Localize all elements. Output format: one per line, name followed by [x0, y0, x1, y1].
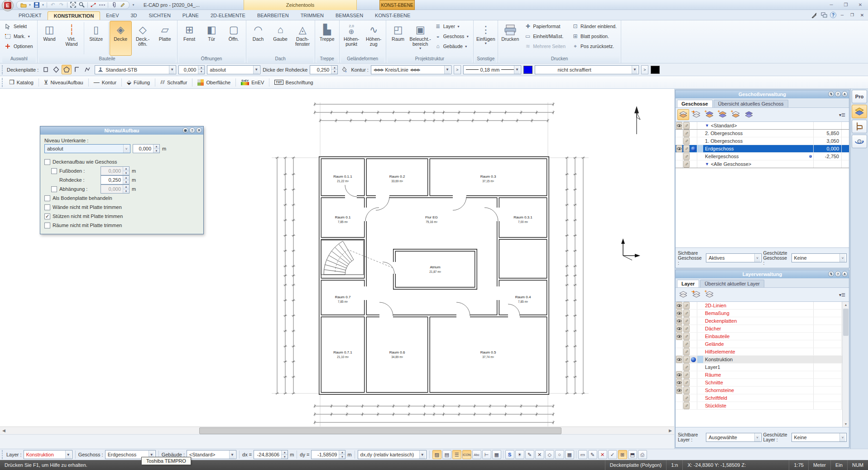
visible-geschosse-combo[interactable]: Aktives˅: [706, 253, 762, 262]
context-tab-konst-ebene[interactable]: KONST-EBENE: [379, 0, 415, 10]
scroll-right-icon[interactable]: ▶: [667, 427, 674, 435]
geschoss-row[interactable]: ✎Kellergeschoss-2,750: [676, 153, 849, 160]
value-cell[interactable]: [814, 371, 842, 378]
edit-cell[interactable]: ✎: [683, 387, 690, 394]
panel-collapse-icon[interactable]: ∧: [842, 91, 848, 97]
horizontal-scrollbar[interactable]: ◀ ▶: [0, 426, 674, 434]
name-cell[interactable]: Hilfselemente: [703, 348, 807, 355]
visibility-cell[interactable]: [676, 325, 682, 332]
edit-cell[interactable]: ✎: [683, 371, 690, 378]
ribbon-button-stütze[interactable]: ▯Stütze: [85, 21, 107, 56]
tab-3d[interactable]: 3D: [125, 11, 143, 20]
snap-circle-icon[interactable]: ○: [555, 450, 564, 459]
layer-row[interactable]: ✎Dächer: [676, 325, 849, 333]
visibility-cell[interactable]: [676, 310, 682, 317]
geschoss-tab-übersicht-aktuelles-geschoss[interactable]: Übersicht aktuelles Geschoss: [714, 100, 788, 107]
tab-konstruktion[interactable]: KONSTRUKTION: [48, 11, 101, 20]
linetype-toggle-icon[interactable]: ☰: [452, 450, 461, 459]
ribbon-button-virt-wand[interactable]: ┆Virt. Wand: [61, 21, 83, 56]
visibility-cell[interactable]: [676, 371, 682, 378]
value-cell[interactable]: [814, 379, 842, 386]
tab-sichten[interactable]: SICHTEN: [143, 11, 177, 20]
value-cell[interactable]: [814, 310, 842, 317]
edit-cell[interactable]: ✎: [683, 160, 690, 168]
tab-bemassen[interactable]: BEMASSEN: [330, 11, 369, 20]
qat-customize-icon[interactable]: ▾: [129, 1, 137, 8]
measure-icon[interactable]: [90, 1, 97, 8]
ribbon-button-decke[interactable]: ◈Decke: [110, 21, 132, 56]
open-dropdown-icon[interactable]: ▾: [28, 1, 32, 8]
niveau-value-spinner[interactable]: 0,000▲▼: [133, 144, 160, 153]
value-cell[interactable]: [814, 333, 842, 340]
visibility-cell[interactable]: [676, 402, 683, 409]
help-icon[interactable]: ?: [830, 12, 836, 18]
erase-icon[interactable]: ✕: [535, 450, 544, 459]
drag-handle[interactable]: [2, 65, 4, 74]
kontur-combo[interactable]: -o-o-o- Kreis/Linie -o-o-o- ▼: [371, 65, 451, 74]
name-cell[interactable]: ▼<Standard>: [703, 122, 807, 129]
edit-cell[interactable]: ✎: [683, 310, 690, 317]
ribbon-button-selekt[interactable]: Selekt: [3, 22, 35, 31]
layer-row[interactable]: ✎Räume: [676, 371, 849, 379]
name-cell[interactable]: Schriftfeld: [703, 394, 807, 402]
edit-pen-icon[interactable]: ✎: [525, 450, 534, 459]
style-tool-icon[interactable]: [810, 11, 818, 19]
shape-diamond-button[interactable]: [51, 65, 61, 74]
value-cell[interactable]: [814, 402, 842, 409]
niveau-mode-combo[interactable]: absolut˅: [44, 144, 130, 153]
checkbox[interactable]: ✓: [44, 213, 50, 219]
edit-cell[interactable]: ✎: [683, 302, 690, 309]
tool-niveau-aufbau[interactable]: ⊻Niveau/Aufbau: [40, 78, 87, 87]
ribbon-button-layer[interactable]: ≣Layer▼: [432, 22, 472, 31]
line-color-swatch[interactable]: [523, 66, 532, 74]
visibility-cell[interactable]: [676, 356, 682, 363]
ribbon-button-platte[interactable]: ▱Platte: [154, 21, 176, 56]
layer-row[interactable]: ✎Schnitte: [676, 379, 849, 387]
coord-mode-combo[interactable]: dx,dy (relativ kartesisch)▼: [358, 450, 427, 459]
visible-layer-combo[interactable]: Ausgewählte˅: [706, 433, 762, 442]
maximize-icon[interactable]: ❐: [840, 1, 852, 8]
status-scale[interactable]: 1:75: [789, 460, 808, 470]
gebaeude-combo[interactable]: <Standard>▼: [187, 450, 236, 459]
panel-refresh-icon[interactable]: ↯: [828, 271, 834, 277]
value-cell[interactable]: 0,000: [814, 145, 842, 152]
name-cell[interactable]: Bemaßung: [703, 310, 807, 317]
windows-icon[interactable]: [820, 11, 828, 19]
pro-button[interactable]: Pro: [852, 90, 867, 103]
layer-tab-übersicht-aktueller-layer[interactable]: Übersicht aktueller Layer: [700, 280, 764, 287]
edit-cell[interactable]: ✎: [683, 122, 690, 129]
dialog-title-bar[interactable]: Niveau/Aufbau ◉ ? ✕: [40, 126, 203, 135]
raster-icon[interactable]: ▦: [565, 450, 574, 459]
name-cell[interactable]: ▼<Alle Geschosse>: [703, 160, 807, 168]
layer-row[interactable]: ✎Einbauteile: [676, 333, 849, 340]
expand-triangle-icon[interactable]: ▼: [705, 123, 709, 128]
dialog-close-icon[interactable]: ✕: [196, 127, 202, 133]
value-cell[interactable]: [814, 394, 842, 402]
grid-toggle-icon[interactable]: ▦: [492, 450, 501, 459]
hatch-toggle-icon[interactable]: ▨: [432, 450, 441, 459]
ribbon-button-einheit-maßst-[interactable]: ▭Einheit/Maßst.: [522, 32, 568, 41]
layer-tool-2-icon[interactable]: +: [704, 289, 715, 300]
name-cell[interactable]: Stückliste: [703, 402, 807, 409]
edit-cell[interactable]: ✎: [683, 130, 690, 137]
doc-restore-icon[interactable]: ❐: [848, 11, 856, 19]
ribbon-button-gebäude[interactable]: ⌂Gebäude▼: [432, 42, 472, 51]
value-cell[interactable]: [814, 325, 842, 332]
edit-cell[interactable]: ✎: [683, 153, 690, 160]
layer-row[interactable]: ✎Schornsteine: [676, 387, 849, 394]
name-cell[interactable]: 1. Obergeschoss: [703, 137, 807, 145]
status-unit[interactable]: Meter: [808, 460, 830, 470]
geschoss-row[interactable]: ✎▼<Alle Geschosse>: [676, 160, 849, 168]
ribbon-button-fenst[interactable]: ⊞Fenst: [178, 21, 201, 56]
drawing-canvas[interactable]: Raum 0.1.121,22 m²Raum 0.233,69 m²Raum 0…: [0, 89, 674, 449]
visibility-cell[interactable]: [676, 333, 682, 340]
edit-cell[interactable]: ✎: [683, 317, 690, 325]
geschoss-row[interactable]: ✎▼<Standard>: [676, 122, 849, 130]
ribbon-button-tür[interactable]: ◧Tür: [201, 21, 223, 56]
panel-help-icon[interactable]: ?: [835, 91, 841, 97]
apply-check-icon[interactable]: ✓: [608, 450, 617, 459]
dialog-help-icon[interactable]: ?: [189, 127, 195, 133]
spelling-icon[interactable]: S: [505, 450, 514, 459]
status-snap-state[interactable]: Ein: [830, 460, 847, 470]
spinner-arrows[interactable]: ▲▼: [123, 176, 129, 184]
